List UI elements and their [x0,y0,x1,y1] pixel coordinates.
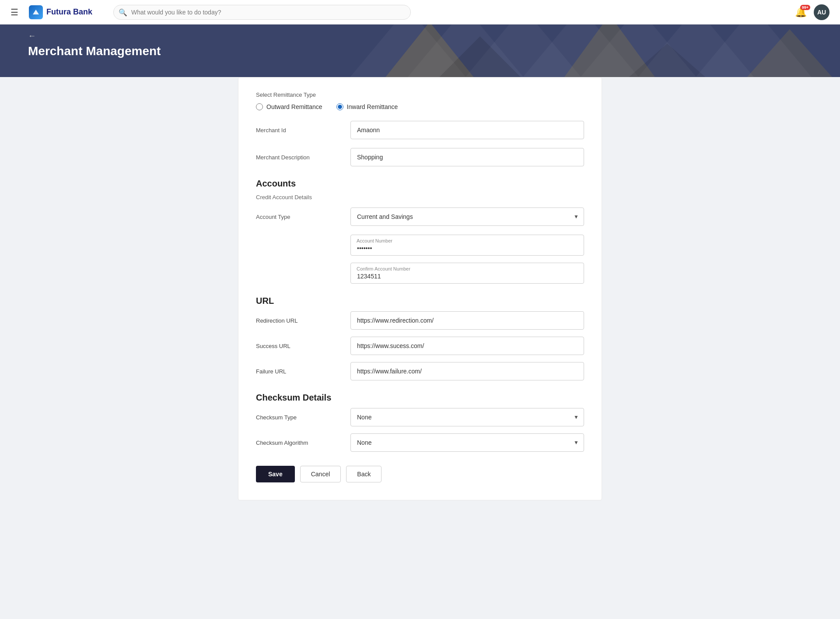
cancel-button[interactable]: Cancel [300,466,341,482]
account-type-select-wrap: Current and Savings Savings Current ▼ [350,208,584,226]
checksum-type-field: None SHA1 MD5 SHA256 ▼ [350,408,584,426]
account-type-select[interactable]: Current and Savings Savings Current [350,208,584,226]
save-button[interactable]: Save [256,466,295,482]
main-content: Select Remittance Type Outward Remittanc… [210,77,630,521]
page-header-band: ← Merchant Management [0,25,840,77]
remittance-radio-group: Outward Remittance Inward Remittance [256,103,584,110]
outward-remittance-label: Outward Remittance [266,103,322,110]
app-logo: Futura Bank [29,5,92,19]
action-buttons: Save Cancel Back [256,466,584,482]
checksum-type-select[interactable]: None SHA1 MD5 SHA256 [350,408,584,426]
search-input[interactable] [113,5,411,20]
redirection-url-label: Redirection URL [256,317,343,324]
search-icon: 🔍 [119,8,127,16]
inward-remittance-radio[interactable] [336,103,343,110]
logo-icon [29,5,43,19]
redirection-url-input[interactable] [350,311,584,330]
app-name: Futura Bank [46,7,92,17]
failure-url-input[interactable] [350,362,584,380]
failure-url-label: Failure URL [256,368,343,375]
notification-badge: 99+ [800,5,810,10]
merchant-id-label: Merchant Id [256,121,343,134]
checksum-heading: Checksum Details [256,393,584,403]
merchant-id-field [350,121,584,139]
form-card: Select Remittance Type Outward Remittanc… [238,77,602,500]
notification-button[interactable]: 🔔 99+ [795,7,807,18]
merchant-id-input[interactable] [350,121,584,139]
merchant-desc-field [350,148,584,166]
hamburger-menu-icon[interactable]: ☰ [10,7,18,18]
account-number-float-label: Account Number [357,238,392,243]
avatar[interactable]: AU [814,4,830,20]
account-type-label: Account Type [256,208,343,220]
remittance-type-label: Select Remittance Type [256,91,584,98]
checksum-algo-field: None SHA1 MD5 SHA256 ▼ [350,433,584,452]
merchant-desc-label: Merchant Description [256,148,343,161]
outward-remittance-radio[interactable] [256,103,263,110]
account-type-field: Current and Savings Savings Current ▼ [350,208,584,226]
checksum-algo-label: Checksum Algorithm [256,440,343,446]
remittance-type-section: Select Remittance Type Outward Remittanc… [256,91,584,110]
inward-remittance-option[interactable]: Inward Remittance [336,103,398,110]
credit-account-label: Credit Account Details [256,194,584,200]
redirection-url-field [350,311,584,330]
success-url-input[interactable] [350,337,584,355]
failure-url-field [350,362,584,380]
checksum-type-row: Checksum Type None SHA1 MD5 SHA256 ▼ [256,408,584,426]
redirection-url-row: Redirection URL [256,311,584,330]
merchant-desc-row: Merchant Description [256,148,584,166]
back-button[interactable]: ← [28,32,36,41]
success-url-label: Success URL [256,343,343,349]
accounts-heading: Accounts [256,179,584,189]
search-bar: 🔍 [113,5,411,20]
account-type-row: Account Type Current and Savings Savings… [256,208,584,226]
confirm-account-float-label: Confirm Account Number [357,266,410,271]
topnav-actions: 🔔 99+ AU [795,4,830,20]
confirm-account-field: Confirm Account Number [350,263,584,284]
merchant-desc-input[interactable] [350,148,584,166]
page-title: Merchant Management [28,44,812,58]
inward-remittance-label: Inward Remittance [347,103,398,110]
top-navigation: ☰ Futura Bank 🔍 🔔 99+ AU [0,0,840,25]
merchant-id-row: Merchant Id [256,121,584,139]
checksum-type-label: Checksum Type [256,414,343,421]
success-url-row: Success URL [256,337,584,355]
success-url-field [350,337,584,355]
outward-remittance-option[interactable]: Outward Remittance [256,103,322,110]
checksum-algo-row: Checksum Algorithm None SHA1 MD5 SHA256 … [256,433,584,452]
failure-url-row: Failure URL [256,362,584,380]
checksum-algo-select[interactable]: None SHA1 MD5 SHA256 [350,433,584,452]
url-heading: URL [256,296,584,306]
account-number-field: Account Number [350,235,584,256]
back-action-button[interactable]: Back [346,466,382,482]
